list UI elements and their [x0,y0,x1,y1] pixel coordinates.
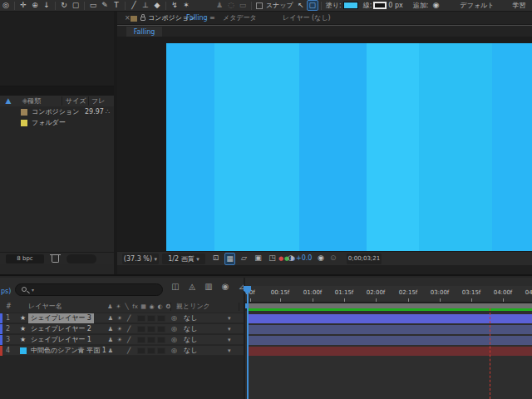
bit-depth-button[interactable]: 8 bpc [6,254,44,264]
pick-whip-icon[interactable]: ◎ [171,335,177,345]
tab-composition-name[interactable]: Falling [186,12,208,25]
layer-name[interactable]: シェイプレイヤー 2 [31,324,91,334]
pen-tool-icon[interactable]: ✎ [99,0,111,11]
fill-color-swatch[interactable] [343,2,358,9]
column-type[interactable]: 種類 [27,96,41,106]
layer-row[interactable]: 2 ★ シェイプレイヤー 2 ♟☀╱ ◎ なし ▾ [0,324,245,334]
quality-dropdown[interactable]: 1/2 画質 ▾ [162,254,205,264]
hand-tool-icon[interactable]: ✛ [17,0,29,11]
quality-toggle-icon[interactable]: ╱ [126,324,132,334]
trash-icon[interactable] [52,255,59,263]
current-timecode[interactable]: 0;00;03;21 [347,254,382,264]
parent-dropdown[interactable]: なし [184,324,197,334]
parent-dropdown[interactable]: なし [184,346,197,356]
column-parent-link[interactable]: 親とリンク [176,301,210,313]
column-divider[interactable] [88,96,89,106]
chevron-down-icon[interactable]: ▾ [228,324,231,334]
column-divider[interactable] [62,96,62,106]
shy-toggle-icon[interactable]: ♟ [107,346,114,356]
composition-viewer[interactable] [117,37,532,251]
stroke-color-swatch[interactable] [373,2,387,9]
clone-stamp-tool-icon[interactable]: ⊥ [140,0,151,11]
workspace-default[interactable]: デフォルト [461,1,495,10]
guides-icon[interactable]: ▣ [253,253,264,265]
collapse-toggle-icon[interactable]: ☀ [116,313,123,323]
parent-dropdown[interactable]: なし [184,335,197,345]
layer-row[interactable]: 1 ★ シェイプレイヤー 3 ♟☀╱ ◎ なし ▾ [0,313,245,323]
brush-tool-icon[interactable]: ╱ [128,0,140,11]
rotate-tool-icon[interactable]: ↻ [58,0,70,11]
snap-checkbox[interactable] [256,2,263,9]
layer-name[interactable]: 中間色のシアン青 平面 1 [31,346,106,356]
transparency-grid-icon[interactable]: ▦ [224,253,235,265]
time-ruler[interactable]: 00f00:15f01:00f01:15f02:00f02:15f03:00f0… [245,286,532,303]
tab-metadata[interactable]: メタデータ [223,12,257,25]
layer-switches[interactable] [137,315,165,322]
mask-visibility-icon[interactable]: ▱ [239,253,249,265]
quality-column-icon[interactable]: ╲ [123,301,131,313]
panel-menu-icon[interactable]: ≡ [209,12,215,25]
frame-blend-column-icon[interactable]: ▦ [140,301,147,313]
type-tool-icon[interactable]: T [111,0,122,11]
roto-brush-tool-icon[interactable]: ↯ [169,0,180,11]
pick-whip-icon[interactable]: ◎ [171,313,177,323]
layer-switches[interactable] [137,347,165,354]
quality-toggle-icon[interactable]: ╱ [126,346,132,356]
region-select-icon[interactable]: ▢ [307,0,318,11]
workspace-learn[interactable]: 学習 [512,1,525,10]
shy-toggle-icon[interactable]: ♟ [107,313,114,323]
collapse-column-icon[interactable]: ☀ [115,301,122,313]
panel-divider[interactable] [244,278,245,399]
column-divider[interactable] [239,303,239,311]
layer-name[interactable]: シェイプレイヤー 1 [31,335,91,345]
exposure-icon[interactable]: ◑ [288,254,294,262]
layer-row[interactable]: 3 ★ シェイプレイヤー 1 ♟☀╱ ◎ なし ▾ [0,335,245,345]
snap-angle-icon[interactable]: ↖ [295,0,307,11]
playhead-line[interactable] [247,288,249,399]
chevron-down-icon[interactable]: ▾ [228,346,231,356]
exposure-value[interactable]: +0.0 [296,254,312,262]
fx-column-icon[interactable]: fx [131,301,139,313]
motion-blur-column-icon[interactable]: ◉ [148,301,155,313]
zoom-level-dropdown[interactable]: (37.3 %) ▾ [122,254,159,264]
snapshot-camera-icon[interactable]: ◉ [318,254,324,262]
search-input[interactable]: ▾ [15,283,163,296]
region-of-interest-icon[interactable]: ⊡ [210,253,221,265]
project-item-composition[interactable]: コンポジション 29.97 ∴ [0,106,114,117]
layer-label-color[interactable] [0,324,2,334]
quality-toggle-icon[interactable]: ╱ [126,335,132,345]
channel-red-icon[interactable]: ● [278,254,283,263]
adjustment-column-icon[interactable]: ◐ [156,301,164,313]
lock-icon[interactable] [140,17,145,21]
layer-switches[interactable] [137,337,165,343]
shy-column-icon[interactable]: ♟ [106,301,114,313]
layer-label-color[interactable] [0,313,2,323]
collapse-toggle-icon[interactable]: ☀ [116,324,123,334]
column-size[interactable]: サイズ [66,96,86,106]
quality-toggle-icon[interactable]: ╱ [126,313,132,323]
orbit-camera-tool-icon[interactable]: ▢ [70,0,81,11]
project-search-strip[interactable] [0,86,114,96]
stroke-width-value[interactable]: 0 px [388,2,402,9]
pick-whip-icon[interactable]: ◎ [171,346,177,356]
show-snapshot-icon[interactable]: ⊙ [330,254,337,262]
layer-switches[interactable] [137,326,165,332]
chevron-down-icon[interactable]: ▾ [228,313,231,323]
frame-blend-icon[interactable]: ▥ [204,282,214,291]
sort-arrow-icon[interactable]: ▲ [2,96,14,106]
layer-label-color[interactable] [0,346,2,356]
column-divider[interactable] [170,303,171,311]
track-camera-tool-icon[interactable]: ↓ [41,0,52,11]
rectangle-tool-icon[interactable]: ▭ [87,0,99,11]
pick-whip-icon[interactable]: ◎ [171,324,177,334]
add-menu-icon[interactable]: ◉ [431,0,442,11]
column-frame-rate[interactable]: フレ [91,96,105,106]
parent-dropdown[interactable]: なし [184,313,197,323]
puppet-pin-tool-icon[interactable]: ✶ [180,0,192,11]
project-item-folder[interactable]: フォルダー [0,117,114,128]
mini-flowchart-icon[interactable]: ◫ [170,282,180,291]
layer-row[interactable]: 4 中間色のシアン青 平面 1 ♟╱ ◎ なし ▾ [0,346,245,356]
draft-3d-icon[interactable]: ◬ [187,282,197,291]
comment-icon[interactable]: ◳ [267,253,278,265]
motion-blur-icon[interactable]: ◉ [220,282,230,291]
